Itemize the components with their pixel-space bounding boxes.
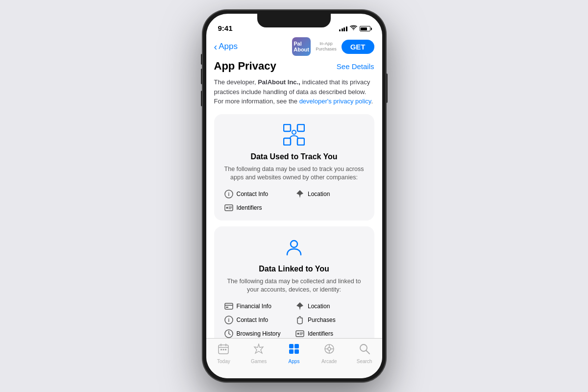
identifiers-icon <box>224 203 234 213</box>
contact-info-icon: i <box>224 189 234 199</box>
get-button[interactable]: GET <box>342 40 374 54</box>
today-label: Today <box>217 359 230 364</box>
svg-rect-13 <box>225 303 233 309</box>
arcade-label: Arcade <box>321 359 337 364</box>
identifiers-label: Identifiers <box>237 204 262 211</box>
track-items-grid: i Contact Info Location <box>222 189 367 213</box>
status-time: 9:41 <box>218 24 233 32</box>
svg-rect-3 <box>297 138 304 145</box>
list-item: Location <box>295 189 365 199</box>
location-icon <box>295 189 305 199</box>
games-label: Games <box>251 359 267 364</box>
status-icons <box>339 25 370 32</box>
linked-icon-wrap <box>222 236 367 260</box>
developer-name: PalAbout Inc., <box>258 78 300 86</box>
linked-card-title: Data Linked to You <box>222 265 367 273</box>
purchases-text: Purchases <box>316 47 337 52</box>
svg-text:i: i <box>228 192 229 197</box>
apps-icon <box>289 343 299 357</box>
tab-search[interactable]: Search <box>347 343 382 364</box>
contact-info-icon2: i <box>224 315 234 325</box>
list-item: i Contact Info <box>224 189 294 199</box>
linked-card-desc: The following data may be collected and … <box>222 277 367 294</box>
identifiers-icon2 <box>295 329 305 339</box>
location-label: Location <box>308 191 330 197</box>
privacy-title: App Privacy <box>214 60 276 73</box>
search-icon <box>359 343 370 357</box>
tab-arcade[interactable]: Arcade <box>312 343 347 364</box>
tab-apps[interactable]: Apps <box>276 343 312 364</box>
track-card-desc: The following data may be used to track … <box>222 165 367 182</box>
svg-line-22 <box>229 334 230 335</box>
privacy-description: The developer, PalAbout Inc., indicated … <box>214 77 374 106</box>
notch <box>257 14 331 27</box>
purchases-icon <box>295 315 305 325</box>
svg-rect-34 <box>225 349 226 350</box>
financial-info-icon <box>224 301 234 311</box>
linked-card: Data Linked to You The following data ma… <box>214 226 374 339</box>
list-item: Browsing History <box>224 329 294 339</box>
svg-point-18 <box>298 318 299 318</box>
signal-icon <box>339 26 347 31</box>
location-icon2 <box>295 301 305 311</box>
in-app-text: In-App <box>316 41 337 47</box>
games-icon <box>253 343 264 357</box>
track-you-icon <box>283 124 305 146</box>
svg-rect-38 <box>294 349 299 354</box>
svg-rect-36 <box>294 344 299 348</box>
svg-point-24 <box>297 333 299 335</box>
list-item: Financial Info <box>224 301 294 311</box>
list-item: Identifiers <box>295 329 365 339</box>
svg-rect-1 <box>297 124 304 131</box>
svg-text:i: i <box>228 318 229 323</box>
identifiers-label2: Identifiers <box>308 330 333 337</box>
desc-period: . <box>371 98 373 105</box>
svg-rect-35 <box>289 344 294 348</box>
track-card-title: Data Used to Track You <box>222 152 367 161</box>
location-label2: Location <box>308 303 330 310</box>
search-label: Search <box>357 359 372 364</box>
back-label: Apps <box>219 42 238 51</box>
purchases-label: Purchases <box>308 317 336 323</box>
track-card: Data Used to Track You The following dat… <box>214 114 374 220</box>
battery-icon <box>360 26 370 31</box>
svg-point-4 <box>292 130 296 134</box>
linked-items-grid: Financial Info Location <box>222 301 367 339</box>
svg-rect-15 <box>226 307 228 308</box>
list-item: Location <box>295 301 365 311</box>
svg-point-12 <box>291 241 297 247</box>
svg-rect-32 <box>220 349 222 350</box>
tab-bar: Today Games <box>206 338 382 378</box>
svg-point-8 <box>226 207 228 209</box>
svg-point-40 <box>328 347 331 350</box>
apps-label: Apps <box>289 359 300 364</box>
privacy-header: App Privacy See Details <box>214 60 374 73</box>
list-item: Identifiers <box>224 203 294 213</box>
scroll-content[interactable]: App Privacy See Details The developer, P… <box>206 60 382 338</box>
wifi-icon <box>350 25 357 32</box>
contact-info-label2: Contact Info <box>237 317 269 323</box>
today-icon <box>218 343 229 357</box>
svg-rect-33 <box>223 349 224 350</box>
privacy-policy-link[interactable]: developer's privacy policy <box>299 98 371 105</box>
iap-label: In-App Purchases <box>316 41 337 52</box>
tab-games[interactable]: Games <box>241 343 276 364</box>
nav-right: PalAbout In-App Purchases GET <box>292 37 374 56</box>
browsing-history-icon <box>224 329 234 339</box>
financial-info-label: Financial Info <box>237 303 271 310</box>
svg-line-46 <box>366 351 369 354</box>
back-button[interactable]: ‹ Apps <box>214 42 238 51</box>
tab-today[interactable]: Today <box>206 343 242 364</box>
linked-you-icon <box>283 236 305 258</box>
see-details-link[interactable]: See Details <box>337 62 374 71</box>
nav-bar: ‹ Apps PalAbout In-App Purchases GET <box>206 35 382 60</box>
svg-rect-0 <box>284 124 291 131</box>
list-item: i Contact Info <box>224 315 294 325</box>
arcade-icon <box>324 343 335 357</box>
app-icon: PalAbout <box>292 37 311 56</box>
phone-frame: 9:41 <box>202 10 386 382</box>
svg-point-19 <box>300 318 301 318</box>
desc-prefix: The developer, <box>214 78 258 86</box>
track-icon-wrap <box>222 124 367 147</box>
back-chevron-icon: ‹ <box>214 42 218 51</box>
